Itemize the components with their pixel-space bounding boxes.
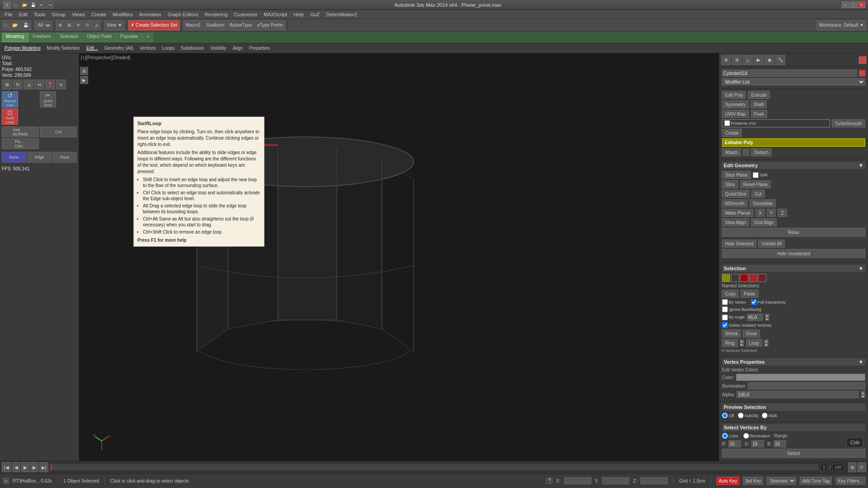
hide-selected-btn[interactable]: Hide Selected (722, 239, 756, 248)
face-btn[interactable]: Face (52, 152, 77, 163)
full-interactivity-checkbox[interactable] (751, 299, 757, 305)
vertex-mode-icon[interactable] (722, 274, 730, 282)
object-name-input[interactable] (722, 70, 857, 77)
menu-tools[interactable]: Tools (31, 11, 48, 18)
freeform-tab[interactable]: Freeform (29, 33, 56, 42)
shrink-btn[interactable]: Shrink (722, 329, 741, 338)
timeline-start-btn[interactable]: |◀ (2, 462, 11, 472)
menu-animation[interactable]: Animation (137, 11, 164, 18)
push-btn[interactable]: Push (751, 110, 768, 118)
workspace-btn[interactable]: Workspace: Default ▼ (816, 20, 866, 30)
preview-selection-header[interactable]: Preview Selection (722, 404, 865, 411)
attach-options-btn[interactable] (743, 149, 749, 156)
close-button[interactable]: ✕ (858, 2, 865, 8)
angle-spin-up[interactable]: ▲ (765, 314, 769, 317)
z-coord-input[interactable] (641, 477, 668, 484)
vertex-properties-header[interactable]: Vertex Properties ▼ (722, 358, 865, 366)
selection-header[interactable]: Selection ▼ (722, 265, 865, 272)
slice-btn[interactable]: Slice (722, 180, 738, 188)
grid-align-btn[interactable]: Grid Align (751, 218, 777, 226)
save-icon[interactable]: 💾 (29, 1, 37, 9)
layer-dropdown[interactable]: All (35, 21, 52, 30)
by-angle-checkbox[interactable] (722, 314, 728, 320)
ring-spin-up[interactable]: ▲ (740, 339, 744, 343)
r-input[interactable] (728, 440, 741, 447)
alpha-spin-up[interactable]: ▲ (861, 391, 865, 394)
illum-radio[interactable] (743, 433, 749, 439)
detach-btn[interactable]: Detach (751, 148, 772, 156)
sub-subdivision[interactable]: Subdivision (178, 45, 207, 51)
menu-maxscript[interactable]: MAXScript (261, 11, 290, 18)
view-align-btn[interactable]: View Align (722, 218, 749, 226)
menu-goz[interactable]: GoZ (307, 11, 322, 18)
menu-help[interactable]: Help (291, 11, 307, 18)
sub-geometry-all[interactable]: Geometry (All) (101, 45, 136, 51)
ring-spin-down[interactable]: ▼ (740, 343, 744, 347)
menu-customize[interactable]: Customize (231, 11, 260, 18)
subobj-radio[interactable] (738, 413, 744, 418)
split-checkbox[interactable] (753, 172, 759, 178)
display-icon[interactable]: ◉ (764, 55, 774, 65)
ignore-backfacing-checkbox[interactable] (722, 306, 728, 312)
create-btn[interactable]: Create (722, 129, 742, 137)
sub-vertices[interactable]: Vertices (137, 45, 159, 51)
snap-toggle-icon[interactable]: 📍 (546, 478, 552, 484)
illumination-input[interactable] (748, 382, 865, 389)
ring-btn[interactable]: Ring (722, 339, 738, 347)
etype-btn[interactable]: eType Prefer (255, 20, 285, 30)
msmooth-btn[interactable]: MSmooth (722, 199, 748, 207)
select-obj-btn[interactable]: ⊕ (56, 20, 64, 30)
snap-icon[interactable]: 📍 (45, 80, 55, 89)
select-vertices-header[interactable]: Select Vertices By (722, 424, 865, 431)
delete-isolated-checkbox[interactable] (722, 322, 728, 328)
extrude-btn[interactable]: Extrude (748, 91, 769, 99)
modifier-list-dropdown[interactable]: Modifier List (722, 78, 865, 85)
selection-collapse[interactable]: ▼ (859, 266, 863, 271)
sub-visibility[interactable]: Visibility (208, 45, 229, 51)
modeling-tab[interactable]: Modeling (2, 33, 28, 42)
align-icon[interactable]: ≡ (56, 80, 66, 89)
open-icon[interactable]: 📂 (21, 1, 28, 9)
sub-properties[interactable]: Properties (246, 45, 273, 51)
redo-icon[interactable]: ↪ (47, 1, 54, 9)
select-vertices-btn[interactable]: Select (722, 449, 865, 458)
color-swatch-obj[interactable] (859, 56, 866, 64)
menu-edit[interactable]: Edit (16, 11, 30, 18)
transform-icon[interactable]: ⊕ (2, 80, 12, 89)
menu-modifiers[interactable]: Modifiers (110, 11, 136, 18)
turbosmooth-btn[interactable]: TurboSmooth (832, 119, 865, 127)
polygon-mode-icon[interactable] (749, 274, 757, 282)
y-btn[interactable]: Y (767, 209, 776, 217)
cut-btn[interactable]: Cut (40, 127, 77, 137)
symmetry-btn[interactable]: Symmetry (722, 100, 749, 108)
paste-sel-btn[interactable]: Paste (741, 290, 759, 298)
reset-plane-btn[interactable]: Reset Plane (740, 180, 771, 188)
activetype-btn[interactable]: ActiveType (227, 20, 254, 30)
sub-polygon-modeling[interactable]: Polygon Modeling (2, 45, 43, 51)
editable-poly-stack-item[interactable]: Editable Poly (722, 138, 865, 147)
quick-slice-btn[interactable]: ✂ QuickSlice (40, 91, 56, 108)
vp-icon-1[interactable]: ⊞ (80, 67, 88, 75)
timeline-start-frame[interactable]: 0 (821, 464, 827, 470)
timeline-next-btn[interactable]: ▶ (30, 462, 38, 472)
app-menu-icon[interactable]: 3 (3, 1, 11, 9)
attach-btn[interactable]: Attach (722, 148, 741, 156)
by-vertex-checkbox[interactable] (722, 299, 728, 305)
save-btn[interactable]: 💾 (21, 20, 31, 30)
y-coord-input[interactable] (602, 477, 629, 484)
new-scene-btn[interactable]: □ (2, 20, 9, 30)
timeline-end-frame[interactable]: 100 (832, 464, 844, 470)
z-btn[interactable]: Z (778, 209, 787, 217)
set-key-btn[interactable]: Set Key (743, 477, 763, 485)
hierarchy-icon[interactable]: △ (743, 55, 753, 65)
loop-btn[interactable]: Loop (746, 339, 762, 347)
viewport[interactable]: [+][Perspective][Shaded] ⊞ ▶ (79, 53, 719, 461)
selection-tab[interactable]: Selection (56, 33, 82, 42)
object-color-btn[interactable] (859, 70, 865, 76)
by-angle-value[interactable] (747, 314, 763, 321)
copy-sel-btn[interactable]: Copy (722, 290, 739, 298)
menu-create[interactable]: Create (89, 11, 109, 18)
object-paint-tab[interactable]: Object Paint (83, 33, 115, 42)
x-btn[interactable]: X (755, 209, 765, 217)
unhide-all-btn[interactable]: Unhide All (758, 239, 785, 248)
